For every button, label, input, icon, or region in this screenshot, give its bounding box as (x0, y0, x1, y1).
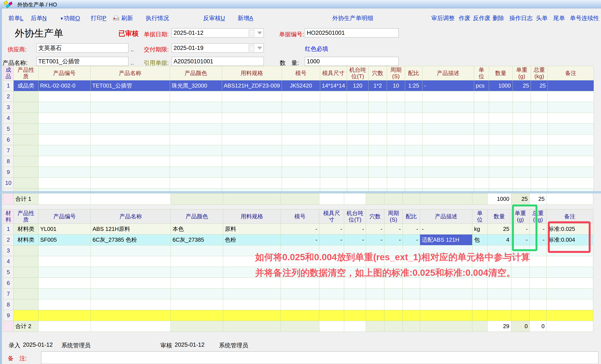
cell-total-weight[interactable] (531, 134, 548, 145)
cell-ratio[interactable] (405, 91, 422, 102)
cell-name[interactable]: 6C灰_27385 色粉 (91, 235, 171, 245)
cell-desc[interactable] (422, 145, 474, 156)
cell-spec[interactable]: 原料 (223, 224, 281, 235)
cell-cavities[interactable] (369, 188, 387, 192)
cell-mold-no[interactable] (281, 310, 319, 321)
cell-mold-no[interactable]: JK52420 (282, 80, 320, 91)
cell-qty[interactable] (488, 278, 511, 289)
cell-cycle[interactable] (387, 167, 405, 178)
cell-mold-size[interactable] (320, 178, 347, 188)
cell-prop[interactable] (13, 156, 38, 167)
cell-cycle[interactable] (387, 156, 405, 167)
cell-color[interactable] (171, 278, 223, 289)
cell-qty[interactable]: 1000 (489, 80, 512, 91)
cell-cycle[interactable]: 10 (387, 80, 405, 91)
cell-mold-size[interactable] (320, 102, 347, 113)
cell-unit[interactable] (474, 167, 489, 178)
cell-qty[interactable]: 25 (488, 224, 511, 235)
cell-remark[interactable] (547, 256, 593, 267)
cell-desc[interactable]: 适配ABS 121H (420, 235, 472, 245)
row-number[interactable]: 2 (3, 91, 14, 102)
cell-unit-weight[interactable] (511, 310, 530, 321)
cell-tonnage[interactable]: 120 (347, 80, 368, 91)
cell-color[interactable] (171, 299, 223, 310)
cell-qty[interactable] (489, 134, 512, 145)
doc-no-input[interactable] (305, 28, 399, 37)
cell-mold-size[interactable] (320, 134, 347, 145)
cell-spec[interactable] (222, 102, 282, 113)
cell-prop[interactable] (14, 256, 39, 267)
cell-desc[interactable] (422, 134, 474, 145)
cell-tonnage[interactable] (347, 124, 368, 134)
cell-name[interactable] (91, 245, 171, 256)
cell-qty[interactable] (489, 156, 512, 167)
cell-code[interactable] (38, 188, 90, 192)
cell-prop[interactable] (13, 91, 38, 102)
cell-total-weight[interactable] (530, 256, 547, 267)
cell-remark[interactable]: 标准:0.025 (547, 224, 593, 235)
cell-remark[interactable] (547, 245, 593, 256)
cell-remark[interactable] (547, 267, 593, 278)
cell-unit-weight[interactable]: 25 (512, 80, 531, 91)
cell-name[interactable] (90, 156, 170, 167)
cell-remark[interactable] (547, 289, 593, 299)
toolbar-item-void[interactable]: 作废 (459, 14, 471, 22)
cell-spec[interactable] (222, 188, 282, 192)
cell-unit[interactable] (472, 289, 488, 299)
cell-tonnage[interactable] (344, 310, 366, 321)
cell-unit-weight[interactable] (511, 278, 530, 289)
cell-unit[interactable]: pcs (474, 80, 489, 91)
cell-qty[interactable] (489, 113, 512, 124)
toolbar-item-execution-status[interactable]: 执行情况 (146, 14, 169, 22)
cell-unit[interactable] (474, 188, 489, 192)
cell-cavities[interactable] (369, 91, 387, 102)
cell-name[interactable] (90, 134, 170, 145)
cell-qty[interactable] (488, 299, 511, 310)
cell-remark[interactable] (547, 310, 593, 321)
cell-prop[interactable] (13, 113, 38, 124)
toolbar-item-post-audit-adjust[interactable]: 审后调整 (431, 14, 455, 22)
cell-cycle[interactable] (387, 124, 405, 134)
cell-desc[interactable] (422, 124, 474, 134)
cell-desc[interactable] (422, 188, 474, 192)
cell-cavities[interactable] (366, 299, 384, 310)
cell-unit-weight[interactable] (511, 289, 530, 299)
cell-total-weight[interactable] (530, 289, 547, 299)
cell-ratio[interactable] (405, 178, 422, 188)
cell-prop[interactable] (13, 188, 38, 192)
cell-ratio[interactable] (403, 278, 420, 289)
cell-tonnage[interactable] (347, 167, 368, 178)
toolbar-item-print[interactable]: 打印P (91, 14, 106, 22)
cell-color[interactable] (171, 310, 223, 321)
cell-spec[interactable] (222, 91, 282, 102)
cell-ratio[interactable] (403, 310, 420, 321)
cell-code[interactable] (38, 156, 90, 167)
cell-desc[interactable] (420, 310, 472, 321)
cell-code[interactable] (39, 278, 91, 289)
cell-unit-weight[interactable] (512, 91, 531, 102)
cell-total-weight[interactable]: - (530, 235, 547, 245)
row-number[interactable]: 1 (3, 224, 14, 235)
cell-prop[interactable] (14, 267, 39, 278)
row-number[interactable]: 6 (3, 278, 14, 289)
cell-desc[interactable] (422, 91, 474, 102)
cell-desc[interactable] (422, 113, 474, 124)
cell-tonnage[interactable] (344, 278, 366, 289)
cell-qty[interactable] (489, 145, 512, 156)
cell-mold-size[interactable]: - (319, 224, 344, 235)
cell-code[interactable] (38, 102, 90, 113)
cell-code[interactable] (38, 91, 90, 102)
toolbar-item-operation-log[interactable]: 操作日志 (509, 14, 533, 22)
cell-code[interactable] (38, 145, 90, 156)
cell-code[interactable] (38, 178, 90, 188)
cell-desc[interactable] (422, 102, 474, 113)
cell-prop[interactable] (13, 178, 38, 188)
cell-unit-weight[interactable] (512, 124, 531, 134)
cell-mold-no[interactable] (281, 299, 319, 310)
cell-total-weight[interactable] (531, 178, 548, 188)
cell-remark[interactable] (548, 102, 594, 113)
cell-spec[interactable] (222, 145, 282, 156)
row-number[interactable]: 4 (3, 113, 14, 124)
toolbar-item-unapprove[interactable]: 反审核U (203, 14, 225, 22)
cell-name[interactable]: TET001_公插管 (90, 80, 170, 91)
